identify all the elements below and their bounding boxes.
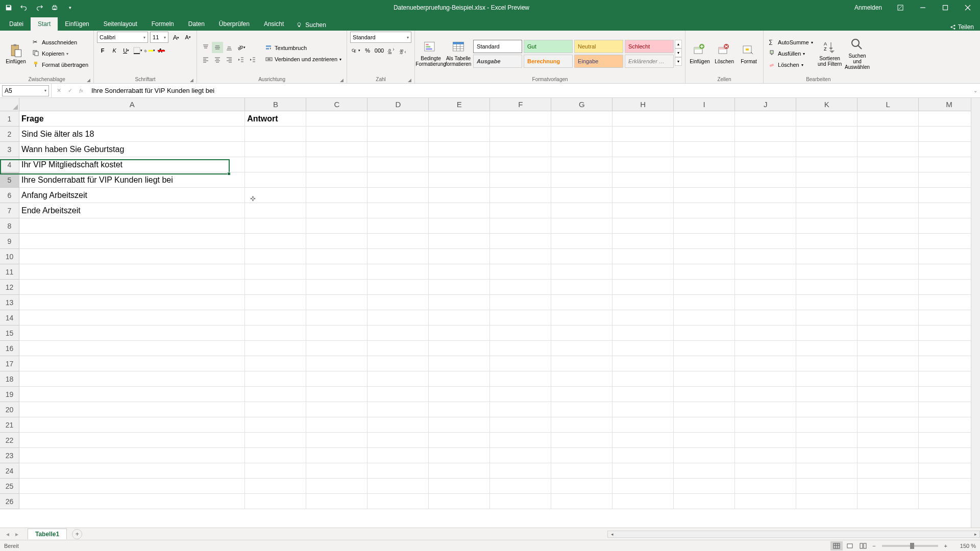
zoom-slider[interactable] [882,545,938,547]
cell-L9[interactable] [857,234,919,249]
row-header-1[interactable]: 1 [0,111,19,127]
cell-G26[interactable] [551,494,612,509]
column-header-J[interactable]: J [735,98,796,111]
cell-I6[interactable] [674,188,735,203]
cell-G20[interactable] [551,402,612,417]
share-button[interactable]: Teilen [950,23,980,31]
cell-D25[interactable] [368,479,429,494]
expand-formula-bar[interactable]: ⌄ [971,88,980,93]
cell-K16[interactable] [796,341,857,356]
cell-E7[interactable] [429,203,490,218]
cell-L1[interactable] [857,111,919,127]
number-format-combo[interactable]: Standard▾ [350,32,411,43]
cell-J8[interactable] [735,218,796,234]
cell-H21[interactable] [612,417,674,433]
cell-H15[interactable] [612,325,674,341]
cell-F4[interactable] [490,157,551,172]
cell-J24[interactable] [735,463,796,479]
cell-H10[interactable] [612,249,674,264]
row-header-4[interactable]: 4 [0,157,19,172]
cell-A2[interactable]: Sind Sie älter als 18 [19,127,245,142]
cell-H4[interactable] [612,157,674,172]
cell-K26[interactable] [796,494,857,509]
cell-K17[interactable] [796,356,857,371]
cell-C4[interactable] [306,157,368,172]
font-size-combo[interactable]: 11▾ [150,32,168,43]
cell-E12[interactable] [429,280,490,295]
cell-C7[interactable] [306,203,368,218]
row-header-21[interactable]: 21 [0,417,19,433]
tell-me-search[interactable]: Suchen [291,19,331,31]
cell-I24[interactable] [674,463,735,479]
tab-insert[interactable]: Einfügen [58,17,96,31]
cell-G15[interactable] [551,325,612,341]
cell-J1[interactable] [735,111,796,127]
cell-L3[interactable] [857,142,919,157]
row-header-14[interactable]: 14 [0,310,19,325]
cell-K24[interactable] [796,463,857,479]
cell-J12[interactable] [735,280,796,295]
cell-I20[interactable] [674,402,735,417]
cell-B15[interactable] [245,325,306,341]
cell-F12[interactable] [490,280,551,295]
tab-formulas[interactable]: Formeln [144,17,181,31]
row-header-16[interactable]: 16 [0,341,19,356]
cell-C16[interactable] [306,341,368,356]
cell-I13[interactable] [674,295,735,310]
cell-A21[interactable] [19,417,245,433]
cell-D3[interactable] [368,142,429,157]
cellstyle-gut[interactable]: Gut [524,40,573,53]
cell-F3[interactable] [490,142,551,157]
cell-J3[interactable] [735,142,796,157]
cell-E18[interactable] [429,371,490,387]
cell-A8[interactable] [19,218,245,234]
tab-view[interactable]: Ansicht [257,17,291,31]
row-header-24[interactable]: 24 [0,463,19,479]
cell-E26[interactable] [429,494,490,509]
cell-A10[interactable] [19,249,245,264]
cell-F20[interactable] [490,402,551,417]
increase-font-button[interactable]: A▴ [170,32,182,43]
cellstyle-eingabe[interactable]: Eingabe [574,55,623,68]
column-header-C[interactable]: C [306,98,368,111]
column-header-L[interactable]: L [857,98,919,111]
row-header-3[interactable]: 3 [0,142,19,157]
cell-J25[interactable] [735,479,796,494]
cell-E1[interactable] [429,111,490,127]
cell-G25[interactable] [551,479,612,494]
cell-B3[interactable] [245,142,306,157]
row-header-13[interactable]: 13 [0,295,19,310]
cell-A3[interactable]: Wann haben Sie Geburtstag [19,142,245,157]
autosum-button[interactable]: ∑AutoSumme ▾ [767,37,815,47]
cell-C15[interactable] [306,325,368,341]
cell-J20[interactable] [735,402,796,417]
cell-H18[interactable] [612,371,674,387]
cell-D12[interactable] [368,280,429,295]
cell-K15[interactable] [796,325,857,341]
cell-E23[interactable] [429,448,490,463]
tab-pagelayout[interactable]: Seitenlayout [96,17,144,31]
zoom-in-button[interactable]: + [942,543,949,549]
cell-K12[interactable] [796,280,857,295]
cell-J26[interactable] [735,494,796,509]
row-header-17[interactable]: 17 [0,356,19,371]
cell-K4[interactable] [796,157,857,172]
cell-G10[interactable] [551,249,612,264]
cell-D1[interactable] [368,111,429,127]
row-header-22[interactable]: 22 [0,433,19,448]
cell-B5[interactable] [245,172,306,188]
row-header-12[interactable]: 12 [0,280,19,295]
cell-E21[interactable] [429,417,490,433]
cell-A19[interactable] [19,387,245,402]
paste-button[interactable]: Einfügen [3,35,29,72]
cell-A23[interactable] [19,448,245,463]
cell-B1[interactable]: Antwort [245,111,306,127]
cell-G23[interactable] [551,448,612,463]
cell-J10[interactable] [735,249,796,264]
cell-J9[interactable] [735,234,796,249]
cell-E6[interactable] [429,188,490,203]
cell-I18[interactable] [674,371,735,387]
column-header-K[interactable]: K [796,98,857,111]
cell-F6[interactable] [490,188,551,203]
cell-F22[interactable] [490,433,551,448]
